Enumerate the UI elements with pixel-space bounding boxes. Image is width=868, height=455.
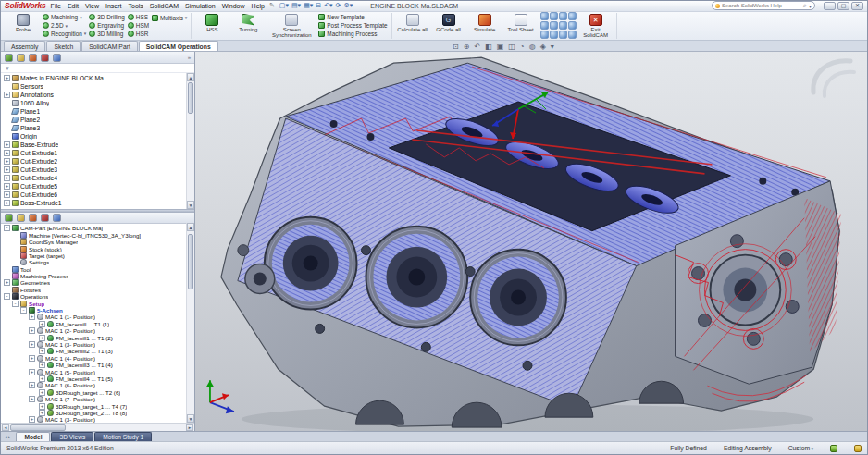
tree-row[interactable]: + 3DRough_target ... T2 (6) bbox=[39, 389, 185, 396]
expand-toggle[interactable]: + bbox=[4, 158, 10, 165]
sim-view-icon[interactable] bbox=[559, 31, 567, 39]
featuremanager-tree-icon[interactable] bbox=[5, 54, 13, 62]
tree-row[interactable]: + Cut-Extrude3 bbox=[4, 166, 185, 174]
maximize-button[interactable]: ▢ bbox=[837, 2, 849, 10]
tree-row[interactable]: + 3DRough_target_1 ... T4 (7) bbox=[39, 402, 185, 409]
sim-view-icon[interactable] bbox=[540, 21, 549, 30]
panel-horizontal-scrollbar[interactable]: ◄ ► bbox=[1, 423, 194, 431]
hud-icon[interactable]: ▾ bbox=[551, 43, 554, 51]
menu-item[interactable]: SolidCAM bbox=[150, 3, 179, 9]
sim-view-icon[interactable] bbox=[568, 31, 577, 39]
ribbon-button[interactable]: Machining bbox=[43, 14, 86, 22]
solidcam-tools-icon[interactable] bbox=[29, 214, 37, 222]
bottom-tab[interactable]: 3D Views bbox=[51, 432, 93, 441]
solidcam-settings-icon[interactable] bbox=[53, 214, 61, 222]
ribbon-button[interactable]: 3D Milling bbox=[89, 30, 124, 38]
ribbon-button[interactable]: Recognition bbox=[43, 30, 86, 38]
scroll-up-arrow[interactable]: ▲ bbox=[187, 73, 194, 81]
expand-toggle[interactable]: + bbox=[39, 348, 45, 354]
tree-row[interactable]: - CAM-Part [ENGINE BLOCK Ma] bbox=[4, 225, 185, 231]
tree-row[interactable]: + Mates in ENGINE BLOCK Ma bbox=[4, 74, 185, 82]
graphics-viewport[interactable] bbox=[195, 52, 867, 431]
sim-view-icon[interactable] bbox=[540, 12, 549, 20]
commandmanager-tab[interactable]: Sketch bbox=[46, 41, 81, 51]
tree-row[interactable]: + MAC 1 (1- Position) bbox=[29, 314, 185, 320]
exit-solidcam-button[interactable]: Exit SolidCAM bbox=[579, 13, 613, 39]
tree-row[interactable]: Machining Process bbox=[4, 273, 185, 279]
expand-toggle[interactable]: - bbox=[20, 307, 27, 314]
tree-row[interactable]: 1060 Alloy bbox=[4, 99, 185, 107]
hud-icon[interactable]: ◔ bbox=[520, 43, 525, 51]
tab-scroll-arrows[interactable]: ◂ ▸ bbox=[5, 434, 10, 439]
ribbon-button[interactable]: HSS bbox=[128, 14, 149, 22]
open-icon[interactable]: ▤▾ bbox=[291, 2, 301, 9]
tree-row[interactable]: + Cut-Extrude1 bbox=[4, 149, 185, 157]
expand-toggle[interactable]: + bbox=[4, 166, 10, 173]
propertymanager-icon[interactable] bbox=[17, 54, 25, 62]
tree-row[interactable]: Settings bbox=[12, 259, 185, 265]
ribbon-button[interactable]: Post Process Template bbox=[318, 21, 387, 30]
menu-item[interactable]: View bbox=[85, 3, 99, 9]
hud-icon[interactable]: ◫ bbox=[508, 43, 515, 51]
expand-toggle[interactable]: + bbox=[29, 416, 35, 423]
tree-row[interactable]: Target (target) bbox=[12, 252, 185, 259]
tree-row[interactable]: Plane2 bbox=[4, 116, 185, 124]
expand-toggle[interactable]: + bbox=[39, 389, 45, 396]
tree-row[interactable]: + Annotations bbox=[4, 91, 185, 99]
tree-row[interactable]: Machine [Vertec-C-bl_iTNC530_3A_Y3long] bbox=[12, 232, 185, 239]
displaymanager-icon[interactable] bbox=[53, 54, 61, 62]
ribbon-button[interactable]: Machining Process bbox=[318, 30, 387, 38]
solidcam-tree-icon[interactable] bbox=[5, 214, 13, 222]
scroll-thumb[interactable] bbox=[188, 82, 193, 114]
commandmanager-tab[interactable]: SolidCAM Part bbox=[81, 41, 138, 51]
expand-toggle[interactable]: + bbox=[4, 75, 10, 81]
tree-row[interactable]: + FM_facemill1 ... T1 (2) bbox=[39, 334, 185, 340]
tree-row[interactable]: + Geometries bbox=[4, 279, 185, 286]
expand-toggle[interactable]: + bbox=[4, 279, 10, 286]
scroll-right-arrow[interactable]: ► bbox=[186, 424, 193, 431]
sim-view-icon[interactable] bbox=[559, 21, 567, 30]
tree-row[interactable]: + MAC 1 (2- Position) bbox=[29, 327, 185, 334]
options-icon[interactable]: ⚙▾ bbox=[343, 2, 353, 9]
solidcam-machine-icon[interactable] bbox=[41, 214, 49, 222]
tree-row[interactable]: Stock (stock) bbox=[12, 245, 185, 252]
minimize-button[interactable]: – bbox=[824, 2, 836, 10]
tree-row[interactable]: + Base-Extrude bbox=[4, 141, 185, 149]
expand-toggle[interactable]: + bbox=[29, 355, 35, 362]
sim-view-icon[interactable] bbox=[568, 12, 577, 20]
expand-toggle[interactable]: + bbox=[39, 335, 45, 341]
ribbon-button[interactable]: New Template bbox=[318, 14, 387, 22]
scroll-up-arrow[interactable]: ▲ bbox=[187, 223, 194, 231]
search-icon[interactable]: ⌕ bbox=[803, 2, 807, 9]
sim-view-icon[interactable] bbox=[559, 12, 567, 20]
expand-toggle[interactable]: + bbox=[39, 321, 45, 327]
expand-toggle[interactable]: + bbox=[29, 382, 35, 388]
menu-item[interactable]: Help bbox=[252, 3, 265, 9]
scroll-thumb[interactable] bbox=[188, 234, 193, 289]
menu-item[interactable]: Window bbox=[222, 3, 245, 9]
tree-row[interactable]: + Cut-Extrude5 bbox=[4, 182, 185, 191]
tree-row[interactable]: + MAC 1 (6- Position) bbox=[29, 382, 185, 388]
new-document-icon[interactable]: ▢▾ bbox=[279, 2, 289, 9]
tree-row[interactable]: + Cut-Extrude4 bbox=[4, 174, 185, 182]
expand-toggle[interactable]: + bbox=[4, 150, 10, 156]
tree-row[interactable]: Plane1 bbox=[4, 107, 185, 116]
engine-block-model[interactable] bbox=[195, 52, 867, 431]
gcode-all-button[interactable]: GCode all bbox=[432, 13, 465, 39]
tree-row[interactable]: + FM_facemill3 ... T1 (4) bbox=[39, 362, 185, 368]
scroll-down-arrow[interactable]: ▼ bbox=[187, 414, 194, 423]
expand-toggle[interactable]: + bbox=[29, 314, 35, 320]
expand-toggle[interactable]: + bbox=[39, 403, 45, 410]
tree-row[interactable]: Tool bbox=[4, 266, 185, 273]
expand-toggle[interactable]: + bbox=[4, 200, 10, 206]
hud-icon[interactable]: ↶ bbox=[474, 43, 480, 51]
menu-item[interactable]: Edit bbox=[68, 3, 79, 9]
menu-item[interactable]: Simulation bbox=[185, 3, 216, 9]
expand-toggle[interactable]: + bbox=[29, 327, 35, 334]
tree-row[interactable]: + MAC 1 (4- Position) bbox=[29, 355, 185, 362]
feature-tree-scrollbar[interactable]: ▲ ▼ bbox=[186, 73, 194, 209]
hud-icon[interactable]: ⊡ bbox=[453, 43, 459, 51]
hud-icon[interactable]: ◍ bbox=[529, 43, 536, 51]
tree-row[interactable]: + FM_facemill2 ... T1 (3) bbox=[39, 348, 185, 354]
tree-row[interactable]: + FM_facemill4 ... T1 (5) bbox=[39, 375, 185, 382]
